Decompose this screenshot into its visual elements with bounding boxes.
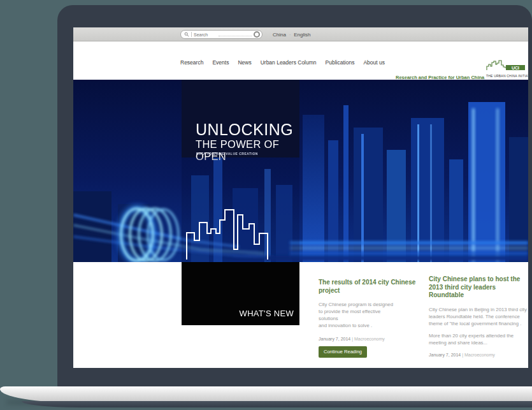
article-date: January 7, 2014	[319, 337, 350, 341]
news-card-1: The results of 2014 city Chinese project…	[319, 279, 422, 358]
skyline-outline-icon	[185, 203, 293, 260]
browser-toolbar: China · English	[73, 27, 528, 41]
language-china-link[interactable]: China	[273, 32, 286, 38]
laptop-base-edge	[22, 401, 532, 407]
article-date: January 7, 2014	[429, 353, 461, 357]
search-divider	[191, 32, 192, 37]
language-switcher: China · English	[273, 27, 311, 41]
main-nav: Research Events News Urban Leaders Colum…	[180, 59, 385, 66]
article-excerpt: City Chinese plan in Beijing in 2013 thi…	[429, 306, 528, 346]
news-card-2: City Chinese plans to host the 2013 thir…	[429, 275, 528, 357]
search-icon	[184, 32, 189, 37]
search-go-button[interactable]	[254, 31, 260, 38]
hero-slide-panel[interactable]: UNLOCKING THE POWER OF OPEN DATA TO DRIV…	[182, 80, 299, 325]
hero-image-window	[182, 157, 299, 262]
nav-item-events[interactable]: Events	[212, 59, 229, 66]
browser-screen: China · English Research Events News Urb…	[73, 27, 528, 368]
language-separator: ·	[289, 33, 291, 37]
uci-skyline-icon: UCI	[486, 59, 526, 71]
hero-title-block: UNLOCKING THE POWER OF OPEN DATA TO DRIV…	[182, 80, 299, 157]
nav-item-about-us[interactable]: About us	[363, 59, 385, 66]
article-title[interactable]: The results of 2014 city Chinese project	[319, 279, 422, 295]
hero-title-line1: UNLOCKING	[196, 121, 293, 139]
search-dotted-leader	[219, 33, 252, 36]
article-meta: January 7, 2014 | Macroeconomy	[319, 337, 422, 341]
article-category: Macroeconomy	[464, 353, 495, 357]
article-title[interactable]: City Chinese plans to host the 2013 thir…	[429, 275, 528, 300]
continue-reading-button[interactable]: Continue Reading	[319, 346, 367, 358]
city-night-image	[73, 80, 528, 262]
nav-item-publications[interactable]: Publications	[326, 59, 355, 66]
language-english-link[interactable]: English	[294, 32, 310, 38]
desktop-background: China · English Research Events News Urb…	[0, 0, 532, 410]
article-category: Macroeconomy	[354, 337, 385, 341]
logo-caption: THE URBAN CHINA INITIATIVE	[486, 74, 526, 78]
nav-item-news[interactable]: News	[238, 59, 251, 66]
whats-new-banner: WHAT'S NEW	[182, 262, 299, 325]
search-bar[interactable]	[180, 30, 262, 39]
article-excerpt: City Chinese program is designed to prov…	[319, 301, 422, 329]
nav-item-research[interactable]: Research	[180, 59, 203, 66]
search-input[interactable]	[194, 33, 217, 37]
article-meta: January 7, 2014 | Macroeconomy	[429, 353, 528, 357]
hero-subtitle: DATA TO DRIVE VALUE CREATION	[196, 152, 258, 156]
hero-banner	[73, 80, 528, 262]
nav-item-urban-leaders-column[interactable]: Urban Leaders Column	[261, 59, 317, 66]
whats-new-label: WHAT'S NEW	[240, 309, 294, 318]
site-logo[interactable]: UCI THE URBAN CHINA INITIATIVE	[486, 59, 526, 78]
site-header: Research Events News Urban Leaders Colum…	[73, 41, 528, 80]
svg-text:UCI: UCI	[512, 66, 519, 70]
